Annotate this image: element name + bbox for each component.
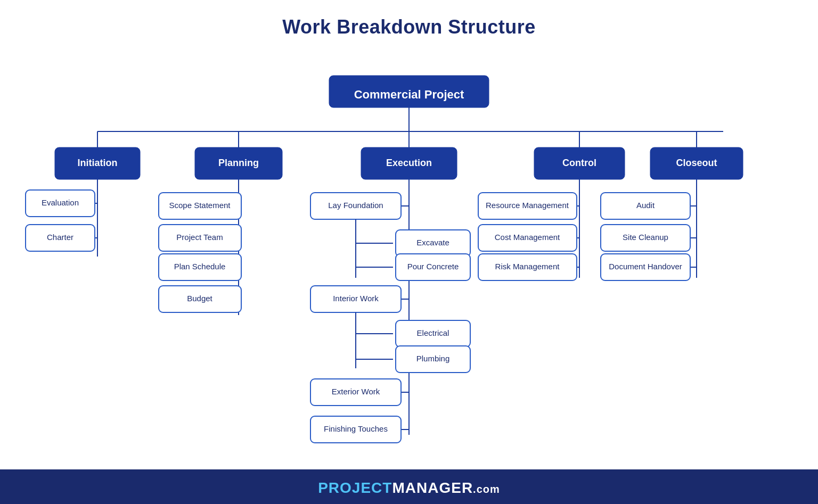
svg-text:Audit: Audit [636,201,655,210]
cost-management-node: Cost Management [478,225,577,251]
svg-text:Site Cleanup: Site Cleanup [623,233,668,242]
svg-text:Electrical: Electrical [417,328,449,337]
svg-text:Closeout: Closeout [676,158,717,168]
page-title: Work Breakdown Structure [11,16,807,38]
svg-text:Excavate: Excavate [416,238,449,247]
root-node: Commercial Project [329,76,489,108]
interior-work-node: Interior Work [310,286,401,312]
plan-schedule-node: Plan Schedule [159,254,241,280]
svg-text:Finishing Touches: Finishing Touches [324,424,388,433]
svg-text:Cost Management: Cost Management [495,233,560,242]
svg-text:Budget: Budget [187,294,212,303]
lay-foundation-node: Lay Foundation [310,193,401,219]
svg-text:Project Team: Project Team [176,233,223,242]
svg-text:Commercial Project: Commercial Project [354,88,464,101]
resource-management-node: Resource Management [478,193,577,219]
scope-statement-node: Scope Statement [159,193,241,219]
svg-text:Plumbing: Plumbing [416,354,450,363]
risk-management-node: Risk Management [478,254,577,280]
audit-node: Audit [601,193,690,219]
finishing-touches-node: Finishing Touches [310,416,401,443]
execution-node: Execution [361,147,457,179]
footer-dotcom: .com [473,483,500,495]
document-handover-node: Document Handover [601,254,690,280]
excavate-node: Excavate [396,230,470,257]
svg-text:Plan Schedule: Plan Schedule [174,262,226,271]
svg-text:Risk Management: Risk Management [495,262,560,271]
svg-text:Scope Statement: Scope Statement [169,201,231,210]
wbs-diagram: .bold-node rect { fill: #1a3a9c; stroke:… [11,54,807,459]
pour-concrete-node: Pour Concrete [396,254,470,280]
budget-node: Budget [159,286,241,312]
exterior-work-node: Exterior Work [310,379,401,406]
svg-text:Initiation: Initiation [78,158,118,168]
svg-text:Exterior Work: Exterior Work [332,387,380,396]
planning-node: Planning [195,147,282,179]
charter-node: Charter [26,225,95,251]
svg-text:Interior Work: Interior Work [333,294,379,303]
footer-logo: PROJECTMANAGER.com [318,480,500,497]
footer: PROJECTMANAGER.com [0,469,818,504]
svg-text:Pour Concrete: Pour Concrete [407,262,459,271]
svg-text:Lay Foundation: Lay Foundation [328,201,383,210]
svg-text:Resource Management: Resource Management [486,201,569,210]
control-node: Control [534,147,625,179]
svg-text:Planning: Planning [218,158,259,168]
svg-text:Control: Control [562,158,596,168]
svg-text:Document Handover: Document Handover [609,262,682,271]
electrical-node: Electrical [396,320,470,347]
project-team-node: Project Team [159,225,241,251]
evaluation-node: Evaluation [26,190,95,217]
svg-text:Charter: Charter [47,233,73,242]
closeout-node: Closeout [650,147,743,179]
footer-project: PROJECT [318,480,392,496]
main-content: Work Breakdown Structure .bold-node rect… [0,0,818,469]
svg-text:Execution: Execution [386,158,432,168]
svg-text:Evaluation: Evaluation [42,198,79,207]
plumbing-node: Plumbing [396,346,470,373]
initiation-node: Initiation [55,147,140,179]
footer-manager: MANAGER [392,480,473,496]
site-cleanup-node: Site Cleanup [601,225,690,251]
